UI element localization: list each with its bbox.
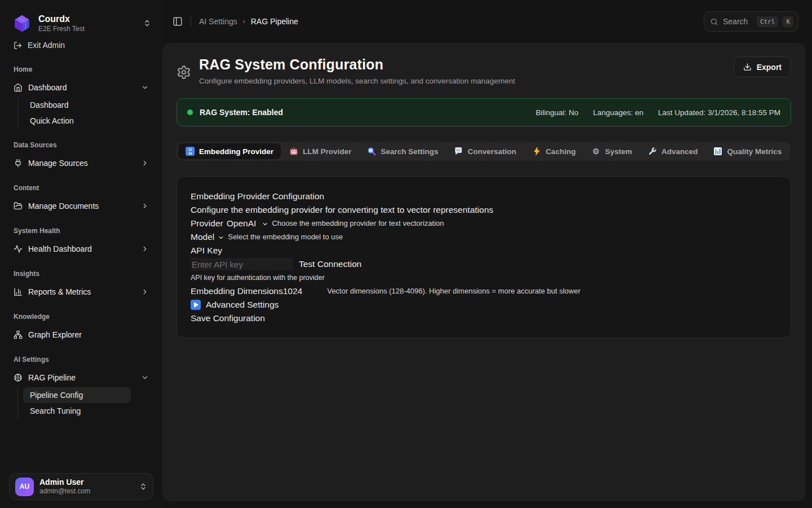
tab-caching[interactable]: Caching [525, 143, 583, 159]
sidebar-item-health-dashboard[interactable]: Health Dashboard [9, 240, 153, 257]
chevrons-up-down-icon[interactable] [143, 19, 151, 27]
sidebar-item-rag-pipeline[interactable]: RAG Pipeline [9, 369, 153, 386]
sidebar-section-knowledge: Knowledge Graph Explorer [9, 313, 153, 343]
section-label: Knowledge [9, 313, 153, 321]
sidebar-item-manage-sources[interactable]: Manage Sources [9, 155, 153, 172]
sidebar-section-content: Content Manage Documents [9, 184, 153, 214]
breadcrumb-parent[interactable]: AI Settings [199, 17, 237, 26]
dimensions-label: Embedding Dimensions [191, 284, 283, 298]
dimensions-row: Embedding Dimensions 1024 Vector dimensi… [191, 284, 777, 298]
section-label: AI Settings [9, 356, 153, 364]
bilingual-status: Bilingual: No [536, 108, 579, 117]
tab-system[interactable]: ⚙ System [584, 143, 639, 159]
section-label: Insights [9, 270, 153, 278]
model-hint: Select the embedding model to use [228, 230, 343, 244]
chevrons-up-down-icon [139, 483, 147, 491]
status-dot-icon [187, 110, 193, 115]
sidebar-item-dashboard[interactable]: Dashboard [9, 79, 153, 96]
numbers-icon: 1234 [186, 147, 195, 156]
magnifier-icon [367, 147, 376, 156]
dimensions-input[interactable]: 1024 [283, 284, 302, 298]
section-label: System Health [9, 227, 153, 235]
sidebar-item-reports-metrics[interactable]: Reports & Metrics [9, 283, 153, 300]
card-title: Embedding Provider Configuration [191, 190, 777, 203]
chevron-down-icon[interactable] [262, 221, 268, 227]
chart-bars-icon [713, 147, 722, 156]
kbd-ctrl: Ctrl [757, 16, 779, 27]
tab-llm-provider[interactable]: LLM Provider [282, 143, 359, 159]
sidebar-item-label: Graph Explorer [28, 330, 149, 339]
provider-select[interactable]: OpenAI [227, 217, 257, 230]
tab-advanced[interactable]: Advanced [641, 143, 705, 159]
page-header: RAG System Configuration Configure embed… [176, 56, 791, 85]
chevron-right-icon [141, 202, 149, 210]
gear-icon: ⚙ [592, 147, 601, 156]
tab-label: Caching [546, 147, 576, 156]
exit-admin-button[interactable]: Exit Admin [9, 35, 153, 53]
api-key-label: API Key [191, 244, 777, 257]
tab-label: Quality Metrics [727, 147, 782, 156]
advanced-settings-label: Advanced Settings [206, 298, 279, 312]
folder-open-icon [14, 202, 23, 211]
sidebar-item-label: Health Dashboard [28, 244, 135, 253]
sidebar-subitem-dashboard[interactable]: Dashboard [23, 97, 131, 113]
tab-label: System [605, 147, 632, 156]
chevron-right-icon [141, 159, 149, 167]
sidebar-section-insights: Insights Reports & Metrics [9, 270, 153, 300]
card-description: Configure the embedding provider for con… [191, 203, 777, 217]
page-subtitle: Configure embedding providers, LLM model… [199, 77, 515, 85]
tab-search-settings[interactable]: Search Settings [360, 143, 445, 159]
app-subtitle: E2E Fresh Test [38, 25, 138, 33]
sidebar-section-home: Home Dashboard Dashboard Quick Action [9, 65, 153, 129]
languages-status: Languages: en [593, 108, 643, 117]
chevron-down-icon[interactable] [218, 234, 224, 241]
sidebar-item-manage-documents[interactable]: Manage Documents [9, 198, 153, 214]
model-label: Model [191, 230, 214, 244]
sidebar-item-graph-explorer[interactable]: Graph Explorer [9, 326, 153, 343]
app-root: Courdx E2E Fresh Test Exit Admin Home Da… [0, 0, 812, 508]
user-menu[interactable]: AU Admin User admin@test.com [9, 473, 153, 500]
advanced-settings-row[interactable]: Advanced Settings [191, 298, 777, 312]
sidebar-subitem-search-tuning[interactable]: Search Tuning [23, 403, 131, 419]
chevron-down-icon [141, 84, 149, 91]
breadcrumb-current: RAG Pipeline [251, 17, 298, 26]
sidebar-item-label: Manage Sources [28, 159, 135, 168]
sidebar-toggle-icon[interactable] [173, 16, 183, 27]
dimensions-hint: Vector dimensions (128-4096). Higher dim… [327, 284, 580, 298]
sidebar: Courdx E2E Fresh Test Exit Admin Home Da… [0, 0, 162, 508]
export-button[interactable]: Export [734, 56, 791, 77]
speech-bubble-icon [454, 147, 463, 156]
save-configuration-button[interactable]: Save Configuration [191, 312, 777, 325]
user-email: admin@test.com [39, 487, 134, 496]
chevron-down-icon [141, 374, 149, 382]
tab-quality-metrics[interactable]: Quality Metrics [706, 143, 789, 159]
rag-status-banner: RAG System: Enabled Bilingual: No Langua… [176, 98, 791, 126]
test-connection-button[interactable]: Test Connection [299, 257, 361, 271]
api-key-row: Test Connection [191, 257, 777, 271]
last-updated: Last Updated: 3/1/2026, 8:18:55 PM [658, 108, 780, 117]
sidebar-subitem-pipeline-config[interactable]: Pipeline Config [23, 387, 131, 403]
exit-admin-label: Exit Admin [28, 41, 65, 50]
tab-label: Search Settings [381, 147, 438, 156]
content-panel: RAG System Configuration Configure embed… [162, 43, 805, 501]
tab-embedding-provider[interactable]: 1234 Embedding Provider [178, 143, 281, 159]
api-key-input[interactable] [191, 258, 293, 270]
search-placeholder: Search [723, 17, 752, 26]
sidebar-item-label: Manage Documents [28, 202, 135, 211]
tab-conversation[interactable]: Conversation [447, 143, 523, 159]
search-input[interactable]: Search Ctrl K [704, 11, 798, 32]
activity-icon [14, 244, 23, 253]
tab-label: Conversation [467, 147, 516, 156]
bar-chart-icon [14, 287, 23, 296]
brain-icon [14, 373, 23, 382]
sidebar-subitem-quick-action[interactable]: Quick Action [23, 113, 131, 129]
network-icon [14, 330, 23, 339]
embedding-provider-card: Embedding Provider Configuration Configu… [176, 176, 791, 338]
tab-label: Advanced [661, 147, 698, 156]
workspace-switcher[interactable]: Courdx E2E Fresh Test [9, 11, 153, 35]
user-name: Admin User [39, 478, 134, 488]
provider-row: Provider OpenAI Choose the embedding pro… [191, 217, 777, 230]
status-label: RAG System: [200, 108, 250, 117]
sidebar-item-label: Reports & Metrics [28, 287, 135, 296]
tab-label: Embedding Provider [199, 147, 273, 156]
